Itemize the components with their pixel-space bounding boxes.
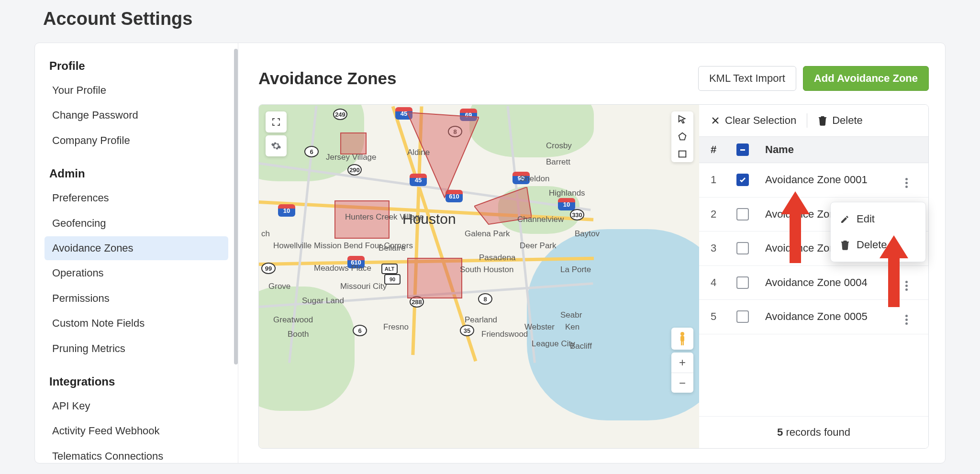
kml-import-button[interactable]: KML Text Import [698, 66, 796, 91]
sidebar-item-your-profile[interactable]: Your Profile [45, 78, 228, 102]
sidebar-item-telematics-connections[interactable]: Telematics Connections [45, 444, 228, 463]
svg-marker-14 [880, 235, 908, 307]
svg-point-3 [680, 332, 684, 336]
row-name: Avoidance Zone 0001 [765, 174, 896, 186]
sidebar-group-profile: Profile [49, 55, 223, 77]
row-checkbox[interactable] [736, 208, 749, 220]
row-actions-button[interactable] [900, 177, 913, 189]
map-zoom-control: + − [671, 353, 693, 393]
map-place-label: Webster [524, 322, 555, 332]
row-checkbox[interactable] [736, 242, 749, 254]
row-number: 4 [711, 276, 736, 289]
map-place-label: League City [532, 339, 575, 349]
fullscreen-icon [271, 117, 281, 127]
sidebar-item-avoidance-zones[interactable]: Avoidance Zones [45, 236, 228, 260]
map-place-label: ch [261, 229, 270, 239]
map-place-label: Missouri City [340, 282, 387, 291]
map-place-label: Pasadena [479, 253, 516, 263]
map-shield-i10: 10 [278, 204, 295, 217]
main-heading: Avoidance Zones [258, 69, 397, 88]
map-place-label: Baytov [575, 229, 600, 239]
map-place-label: Hunters Creek Village [345, 212, 424, 222]
map-place-label: Aldine [407, 148, 430, 157]
svg-rect-6 [683, 341, 684, 345]
map-shield-99: 99 [261, 263, 276, 274]
main-content: Avoidance Zones KML Text Import Add Avoi… [238, 43, 945, 463]
map-place-label: Fresno [383, 322, 409, 332]
trash-icon [818, 115, 827, 126]
map-zoom-out-button[interactable]: − [671, 373, 693, 393]
map-zoom-in-button[interactable]: + [671, 353, 693, 373]
zone-shape-1[interactable] [340, 132, 367, 154]
sidebar-item-company-profile[interactable]: Company Profile [45, 129, 228, 153]
sidebar-item-operations[interactable]: Operations [45, 261, 228, 285]
select-all-checkbox[interactable] [736, 143, 749, 156]
map[interactable]: Houston 45 69 10 610 90 10 610 45 249 29… [259, 105, 699, 448]
row-checkbox[interactable] [736, 276, 749, 289]
map-shield-6b: 6 [353, 325, 367, 336]
map-shield-6: 6 [304, 146, 319, 157]
map-shield-alt: ALT [381, 264, 398, 274]
table-row[interactable]: 1Avoidance Zone 0001 [699, 163, 928, 198]
map-place-label: Grove [268, 282, 290, 291]
sidebar-item-custom-note-fields[interactable]: Custom Note Fields [45, 311, 228, 335]
map-place-label: Crosby [546, 141, 572, 151]
sidebar-item-api-key[interactable]: API Key [45, 394, 228, 418]
sidebar-item-preferences[interactable]: Preferences [45, 186, 228, 210]
row-actions-button[interactable] [900, 314, 913, 326]
context-edit-item[interactable]: Edit [831, 206, 925, 232]
row-context-menu: Edit Delete [830, 202, 926, 262]
map-place-label: Bacliff [570, 342, 592, 351]
map-place-label: Booth [288, 330, 309, 339]
map-tool-stack [671, 111, 693, 162]
sidebar-group-admin: Admin [49, 163, 223, 185]
col-number-header: # [711, 143, 736, 156]
map-place-label: La Porte [560, 265, 591, 275]
annotation-arrow-1 [781, 191, 810, 263]
map-shield-i10b: 10 [558, 198, 575, 210]
map-pegman-button[interactable] [671, 328, 693, 350]
delete-selected-button[interactable]: Delete [818, 114, 863, 127]
svg-rect-4 [680, 336, 684, 342]
row-checkbox[interactable] [736, 310, 749, 323]
sidebar-item-pruning-metrics[interactable]: Pruning Metrics [45, 337, 228, 361]
sidebar-item-geofencing[interactable]: Geofencing [45, 211, 228, 235]
context-delete-item[interactable]: Delete [831, 232, 925, 258]
separator [807, 113, 807, 128]
sidebar-item-activity-feed-webhook[interactable]: Activity Feed Webhook [45, 419, 228, 443]
svg-rect-7 [740, 149, 745, 151]
map-place-label: Seabr [560, 310, 582, 320]
pegman-icon [677, 331, 688, 346]
map-place-label: Jersey Village [326, 153, 377, 162]
map-place-label: Pearland [465, 315, 497, 325]
row-name: Avoidance Zone 0005 [765, 310, 896, 323]
map-shield-35: 35 [460, 325, 474, 336]
map-place-label: Deer Park [520, 241, 557, 251]
cursor-icon[interactable] [677, 114, 688, 125]
map-shield-249: 249 [333, 109, 347, 120]
map-place-label: Channelview [517, 215, 564, 224]
row-checkbox[interactable] [736, 174, 749, 186]
add-avoidance-zone-button[interactable]: Add Avoidance Zone [803, 66, 929, 91]
svg-marker-13 [781, 191, 810, 263]
rectangle-icon[interactable] [677, 149, 688, 159]
map-place-label: Ken [565, 322, 579, 332]
sidebar-item-change-password[interactable]: Change Password [45, 103, 228, 127]
table-header: # Name [699, 137, 928, 163]
row-number: 2 [711, 208, 736, 220]
map-shield-330: 330 [570, 209, 584, 220]
sidebar-item-permissions[interactable]: Permissions [45, 287, 228, 310]
svg-rect-2 [679, 151, 686, 157]
zone-shape-5[interactable] [407, 258, 462, 298]
map-settings-button[interactable] [266, 135, 287, 156]
col-name-header: Name [765, 143, 896, 156]
polygon-icon[interactable] [677, 132, 688, 142]
map-place-label: Highlands [549, 188, 585, 198]
map-place-label: Barrett [546, 157, 570, 167]
records-footer: 5 records found [699, 416, 928, 448]
clear-selection-button[interactable]: Clear Selection [711, 114, 796, 127]
map-place-label: Friendswood [481, 330, 528, 339]
row-number: 1 [711, 174, 736, 186]
sidebar-scrollbar[interactable] [234, 47, 238, 459]
map-fullscreen-button[interactable] [266, 111, 287, 132]
